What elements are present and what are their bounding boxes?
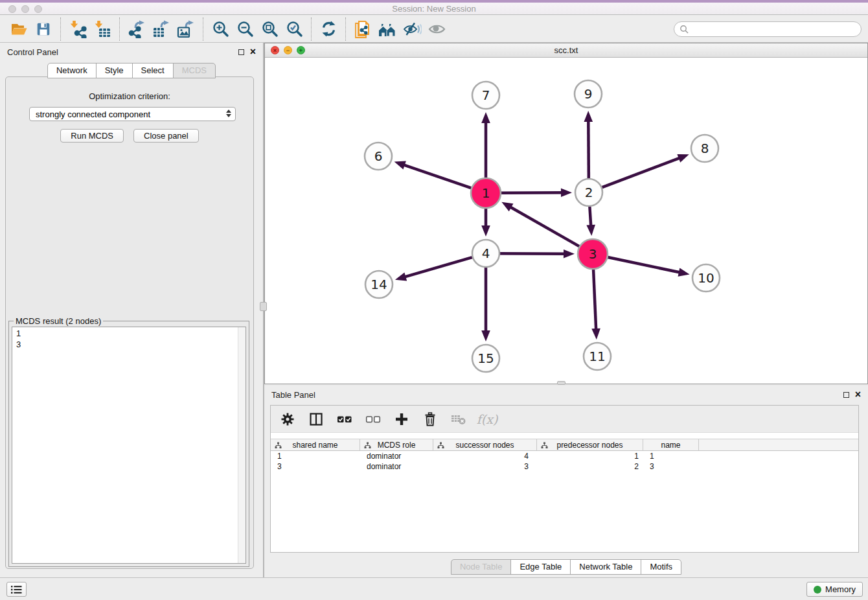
zoom-selected-button[interactable] [282, 17, 306, 41]
save-session-button[interactable] [31, 17, 56, 41]
cell-successor-nodes[interactable]: 3 [433, 461, 537, 472]
frame-close-button[interactable]: × [271, 46, 279, 54]
zoom-in-button[interactable] [208, 17, 233, 41]
graph-edge-3-1[interactable] [507, 205, 579, 246]
tab-node-table[interactable]: Node Table [451, 559, 512, 575]
tab-mcds[interactable]: MCDS [173, 63, 216, 78]
import-network-button[interactable] [65, 17, 90, 41]
close-panel-button[interactable]: Close panel [133, 129, 199, 143]
export-table-button[interactable] [149, 17, 174, 41]
window-titlebar: Session: New Session [0, 0, 868, 15]
graph-edge-2-8[interactable] [602, 157, 683, 187]
graph-edge-1-2[interactable] [501, 192, 565, 193]
column-header-name[interactable]: name [643, 439, 699, 450]
criterion-dropdown[interactable]: strongly connected component [29, 107, 236, 121]
cell-shared-name[interactable]: 1 [271, 451, 360, 461]
export-image-button[interactable] [174, 17, 198, 41]
close-panel-icon[interactable]: × [250, 48, 256, 56]
graph-node-label-9: 9 [584, 86, 593, 102]
search-box[interactable] [674, 21, 862, 37]
vertical-splitter-grip[interactable] [260, 302, 267, 311]
close-panel-icon[interactable]: × [855, 391, 861, 398]
graph-edge-2-9[interactable] [588, 117, 589, 178]
trash-icon [423, 412, 437, 426]
float-panel-icon[interactable] [238, 49, 244, 55]
frame-minimize-button[interactable]: − [284, 46, 292, 54]
export-network-button[interactable] [124, 17, 149, 41]
tab-select[interactable]: Select [132, 63, 174, 78]
memory-button[interactable]: Memory [806, 582, 863, 597]
list-icon [11, 585, 22, 594]
export-image-icon [177, 20, 195, 38]
deselect-all-button[interactable] [365, 411, 381, 427]
cell-predecessor-nodes[interactable]: 1 [537, 451, 643, 461]
show-columns-button[interactable] [308, 411, 324, 427]
run-mcds-button[interactable]: Run MCDS [60, 129, 124, 143]
cell-name[interactable]: 3 [643, 461, 699, 472]
network-from-selection-button[interactable] [350, 17, 375, 41]
import-table-button[interactable] [90, 17, 115, 41]
home-button[interactable] [375, 17, 400, 41]
horizontal-splitter-grip[interactable] [557, 381, 565, 385]
mcds-result-text[interactable]: 1 3 [12, 327, 246, 564]
graph-node-label-4: 4 [482, 246, 490, 261]
cell-successor-nodes[interactable]: 4 [433, 451, 537, 461]
delete-row-button[interactable] [422, 411, 438, 427]
node-table-header: shared name MCDS role [271, 439, 858, 451]
search-input[interactable] [689, 24, 856, 34]
tree-icon [275, 442, 282, 449]
tab-network-table[interactable]: Network Table [570, 559, 641, 575]
criterion-dropdown-value: strongly connected component [36, 110, 150, 119]
column-label: successor nodes [455, 441, 514, 450]
column-header-successor-nodes[interactable]: successor nodes [433, 439, 537, 450]
network-frame-titlebar[interactable]: × − + scc.txt [265, 43, 867, 58]
graph-edge-3-10[interactable] [608, 257, 683, 273]
export-network-icon [128, 20, 146, 38]
tab-style[interactable]: Style [96, 63, 133, 78]
result-scrollbar[interactable] [238, 327, 246, 563]
tab-edge-table[interactable]: Edge Table [510, 559, 571, 575]
network-canvas[interactable]: 7968124314101511 [265, 58, 867, 384]
column-header-mcds-role[interactable]: MCDS role [360, 439, 433, 450]
column-header-predecessor-nodes[interactable]: predecessor nodes [537, 439, 643, 450]
table-panel: Table Panel × [264, 386, 868, 577]
dropdown-stepper-icon [226, 110, 231, 117]
graph-edge-3-11[interactable] [593, 270, 596, 333]
search-icon [680, 25, 689, 34]
graph-edge-arrowhead [561, 188, 572, 197]
tab-network[interactable]: Network [47, 63, 97, 78]
export-table-icon [152, 20, 170, 38]
add-row-button[interactable] [394, 411, 409, 427]
cell-mcds-role[interactable]: dominator [360, 461, 433, 472]
optimization-criterion-label: Optimization criterion: [6, 91, 253, 101]
refresh-button[interactable] [316, 17, 341, 41]
table-settings-button[interactable] [280, 411, 295, 427]
zoom-out-button[interactable] [233, 17, 257, 41]
graph-edge-4-14[interactable] [402, 257, 472, 278]
apply-function-button[interactable]: f(x) [479, 411, 495, 427]
open-session-button[interactable] [6, 17, 31, 41]
task-history-button[interactable] [6, 582, 27, 597]
graph-edge-4-3[interactable] [500, 253, 568, 254]
show-graphics-details-button[interactable] [424, 17, 449, 41]
graph-edge-arrowhead [564, 249, 575, 259]
delete-table-button[interactable] [451, 411, 466, 427]
table-row[interactable]: 1 dominator 4 1 1 [271, 451, 858, 461]
column-header-shared-name[interactable]: shared name [271, 439, 360, 450]
frame-maximize-button[interactable]: + [297, 46, 305, 54]
graph-edge-arrowhead [591, 329, 600, 340]
table-panel-header: Table Panel × [264, 386, 868, 404]
tab-motifs[interactable]: Motifs [641, 559, 681, 575]
float-panel-icon[interactable] [843, 392, 849, 398]
tree-icon [437, 442, 444, 449]
cell-shared-name[interactable]: 3 [271, 461, 360, 472]
table-row[interactable]: 3 dominator 3 2 3 [271, 461, 858, 472]
hide-graphics-details-button[interactable] [400, 17, 424, 41]
select-all-button[interactable] [337, 411, 352, 427]
zoom-fit-content-button[interactable] [257, 17, 282, 41]
cell-predecessor-nodes[interactable]: 2 [537, 461, 643, 472]
graph-edge-arrowhead [677, 154, 689, 163]
graph-edge-1-6[interactable] [400, 164, 471, 189]
cell-name[interactable]: 1 [643, 451, 699, 461]
cell-mcds-role[interactable]: dominator [360, 451, 433, 461]
